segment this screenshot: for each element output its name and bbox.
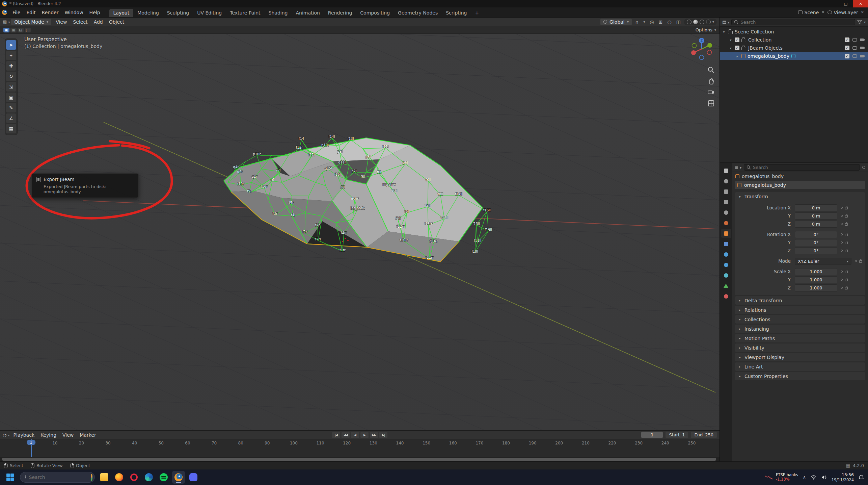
move-tool[interactable]: ✚: [6, 61, 16, 71]
y-field[interactable]: 0°: [795, 239, 837, 246]
timeline-track[interactable]: 1 10203040506070809010011012013014015016…: [0, 439, 720, 457]
opera-app-icon[interactable]: [128, 471, 140, 484]
spotify-app-icon[interactable]: [157, 471, 170, 484]
viewport-menu-object[interactable]: Object: [106, 18, 128, 26]
z-field[interactable]: 0°: [795, 247, 837, 254]
select-box-tool[interactable]: ➤: [6, 40, 16, 50]
timeline-editor-icon[interactable]: ◔ ▾: [3, 432, 10, 437]
exclude-checkbox-icon[interactable]: ✓: [845, 46, 849, 50]
lock-icon[interactable]: [845, 287, 848, 289]
properties-tab-render[interactable]: [721, 177, 731, 185]
mode-field[interactable]: XYZ Euler▾: [795, 258, 851, 265]
menu-window[interactable]: Window: [61, 9, 86, 16]
taskbar-clock[interactable]: 15:56 19/11/2024: [832, 472, 854, 482]
gizmo-toggle-icon[interactable]: ⊞: [657, 19, 664, 25]
viewport-menu-add[interactable]: Add: [91, 18, 106, 26]
editor-type-icon[interactable]: ▧ ▾: [3, 19, 10, 24]
outliner-editor-icon[interactable]: ▤ ▾: [722, 20, 729, 25]
lock-icon[interactable]: [845, 242, 848, 244]
animate-dot-icon[interactable]: [841, 279, 843, 281]
lock-icon[interactable]: [845, 279, 848, 281]
outliner-row-jbeam-objects[interactable]: ▾✓JBeam Objects✓: [720, 44, 868, 52]
discord-app-icon[interactable]: [187, 471, 200, 484]
axis-x-handle[interactable]: [691, 50, 696, 55]
jump-to-start-button[interactable]: |◀: [332, 432, 340, 438]
timeline-scrollbar[interactable]: [0, 457, 720, 461]
xray-toggle-icon[interactable]: ◫: [675, 19, 682, 25]
prev-keyframe-button[interactable]: ◀◀: [342, 432, 350, 438]
snap-dropdown-icon[interactable]: ▾: [642, 20, 647, 24]
pan-hand-icon[interactable]: [707, 77, 715, 85]
timeline-menu-view[interactable]: View: [59, 431, 77, 439]
timeline-scrollbar-thumb[interactable]: [2, 458, 716, 461]
add-workspace-button[interactable]: +: [471, 9, 483, 17]
lock-icon[interactable]: [845, 223, 848, 226]
properties-editor-icon[interactable]: ≡ ▾: [735, 165, 741, 170]
viewlayer-selector[interactable]: ViewLayer: [834, 10, 858, 15]
panel-viewport-display[interactable]: ▸Viewport Display: [735, 353, 865, 361]
shading-wireframe-icon[interactable]: [687, 20, 691, 24]
mode-dropdown[interactable]: Object Mode▾: [11, 19, 51, 25]
timeline-menu-playback[interactable]: Playback: [10, 431, 37, 439]
rotation-x-field[interactable]: 0°: [795, 231, 837, 238]
properties-tab-output[interactable]: [721, 187, 731, 196]
workspace-tab-animation[interactable]: Animation: [292, 9, 324, 17]
camera-view-icon[interactable]: [707, 88, 715, 96]
panel-relations[interactable]: ▸Relations: [735, 306, 865, 314]
frame-end-field[interactable]: End250: [691, 432, 717, 438]
panel-motion-paths[interactable]: ▸Motion Paths: [735, 334, 865, 342]
volume-icon[interactable]: [821, 475, 827, 480]
playhead-frame-badge[interactable]: 1: [27, 440, 35, 445]
properties-tab-constraints[interactable]: [721, 271, 731, 280]
orientation-dropdown[interactable]: Global▾: [600, 19, 632, 25]
current-frame-field[interactable]: 1: [641, 432, 663, 438]
add-cube-tool[interactable]: ▦: [6, 124, 16, 133]
z-field[interactable]: 0 m: [795, 221, 837, 228]
y-field[interactable]: 0 m: [795, 212, 837, 220]
animate-dot-icon[interactable]: [841, 233, 843, 235]
3d-viewport[interactable]: f14f14lf13lf12rp10lp9lf11lf17lq11lp8lp6l…: [0, 34, 720, 430]
lock-icon[interactable]: [845, 250, 848, 252]
firefox-app-icon[interactable]: [113, 471, 126, 484]
animate-dot-icon[interactable]: [841, 271, 843, 273]
workspace-tab-scripting[interactable]: Scripting: [442, 9, 471, 17]
disclosure-icon[interactable]: ▾: [729, 38, 733, 42]
outliner-row-collection[interactable]: ▾✓Collection✓: [720, 36, 868, 44]
lock-icon[interactable]: [845, 271, 848, 273]
outliner-row-scene-collection[interactable]: ▾Scene Collection: [720, 28, 868, 36]
viewport-menu-select[interactable]: Select: [70, 18, 90, 26]
properties-tab-particles[interactable]: [721, 250, 731, 259]
properties-tab-object[interactable]: [721, 229, 731, 238]
hide-viewport-icon[interactable]: [852, 46, 857, 50]
animate-dot-icon[interactable]: [855, 260, 857, 262]
workspace-tab-texture-paint[interactable]: Texture Paint: [226, 9, 264, 17]
app-menu-icon[interactable]: [2, 10, 7, 15]
panel-delta-transform[interactable]: ▸Delta Transform: [735, 296, 865, 305]
shading-material-icon[interactable]: [700, 20, 704, 24]
properties-tab-view-layer[interactable]: [721, 198, 731, 206]
properties-search[interactable]: [744, 164, 860, 171]
cursor-tool[interactable]: ⌖: [6, 51, 16, 60]
options-dropdown[interactable]: Options▾: [696, 27, 716, 32]
close-button[interactable]: ✕: [853, 0, 868, 7]
jump-to-end-button[interactable]: ▶|: [379, 432, 387, 438]
notification-bell-icon[interactable]: [859, 475, 864, 480]
hide-viewport-icon[interactable]: [852, 38, 857, 42]
viewlayer-unlink-icon[interactable]: ✕: [860, 10, 865, 15]
stock-widget[interactable]: FTSE banks -1.13%: [765, 473, 798, 482]
object-name-field[interactable]: omegalotus_body: [735, 181, 865, 189]
checkbox-icon[interactable]: ✓: [735, 46, 739, 50]
frame-start-field[interactable]: Start1: [666, 432, 688, 438]
select-mode-intersect-icon[interactable]: ▢: [25, 28, 31, 32]
z-field[interactable]: 1.000: [795, 284, 837, 291]
proportional-edit-icon[interactable]: ◎: [649, 19, 655, 25]
select-mode-extend-icon[interactable]: ⊞: [10, 28, 17, 32]
transform-panel-header[interactable]: ▾ Transform: [735, 192, 865, 201]
properties-tab-scene[interactable]: [721, 208, 731, 217]
workspace-tab-layout[interactable]: Layout: [109, 9, 134, 17]
outliner-options-icon[interactable]: ▾: [864, 20, 866, 24]
menu-edit[interactable]: Edit: [23, 9, 38, 16]
location-x-field[interactable]: 0 m: [795, 204, 837, 211]
lock-icon[interactable]: [845, 207, 848, 209]
zoom-icon[interactable]: [707, 66, 715, 74]
